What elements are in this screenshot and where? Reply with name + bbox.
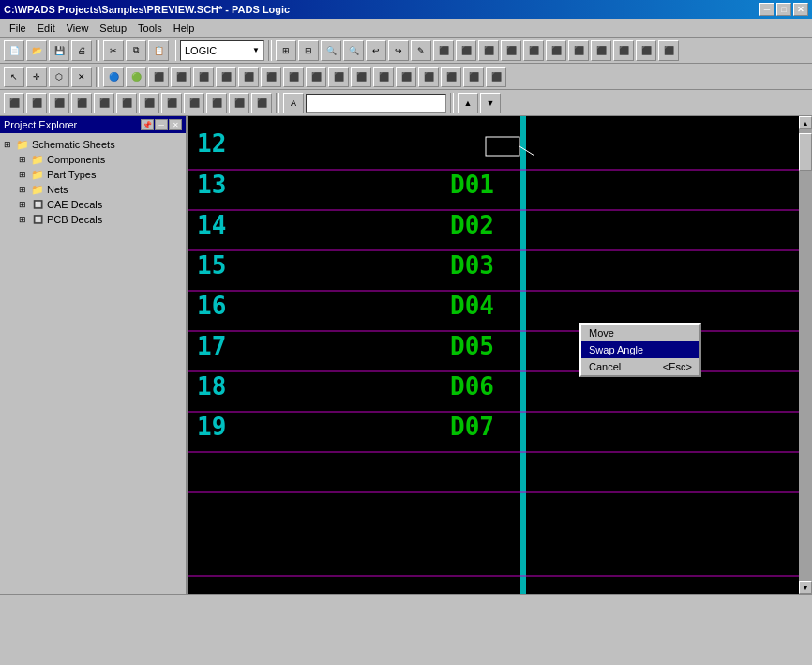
tb2-btn3[interactable]: ⬡ bbox=[49, 67, 69, 87]
tb2-btn4[interactable]: ✕ bbox=[71, 67, 92, 87]
svg-rect-26 bbox=[486, 137, 519, 156]
minimize-button[interactable]: ─ bbox=[759, 3, 774, 16]
tb2-btn5[interactable]: 🔵 bbox=[103, 67, 124, 87]
tb2-btn17[interactable]: ⬛ bbox=[373, 67, 394, 87]
tb3-btn1[interactable]: ⬛ bbox=[4, 93, 24, 113]
tb3-btn10[interactable]: ⬛ bbox=[206, 93, 227, 113]
tb3-btn9[interactable]: ⬛ bbox=[184, 93, 204, 113]
new-button[interactable]: 📄 bbox=[4, 40, 24, 61]
menu-file[interactable]: File bbox=[4, 21, 32, 36]
tb-btn-a18[interactable]: ⬛ bbox=[658, 40, 679, 61]
paste-button[interactable]: 📋 bbox=[148, 40, 169, 61]
menu-view[interactable]: View bbox=[61, 21, 95, 36]
tb3-btn7[interactable]: ⬛ bbox=[139, 93, 159, 113]
tb3-btn8[interactable]: ⬛ bbox=[161, 93, 182, 113]
scroll-up-button[interactable]: ▲ bbox=[799, 116, 812, 129]
tree-item-nets[interactable]: ⊞ 📁 Nets bbox=[4, 182, 182, 197]
tb2-btn6[interactable]: 🟢 bbox=[126, 67, 146, 87]
folder-icon: 📁 bbox=[15, 138, 30, 151]
tb2-btn7[interactable]: ⬛ bbox=[148, 67, 169, 87]
tb3-btn12[interactable]: ⬛ bbox=[251, 93, 272, 113]
tb-btn-a17[interactable]: ⬛ bbox=[636, 40, 656, 61]
save-button[interactable]: 💾 bbox=[49, 40, 69, 61]
tb2-btn10[interactable]: ⬛ bbox=[216, 67, 236, 87]
tb-btn-a11[interactable]: ⬛ bbox=[501, 40, 521, 61]
tb2-btn15[interactable]: ⬛ bbox=[328, 67, 349, 87]
context-menu-cancel[interactable]: Cancel <Esc> bbox=[581, 358, 699, 375]
tb2-btn16[interactable]: ⬛ bbox=[351, 67, 371, 87]
tb-btn-a4[interactable]: 🔍 bbox=[343, 40, 364, 61]
tb-btn-a5[interactable]: ↩ bbox=[366, 40, 386, 61]
tb3-btn6[interactable]: ⬛ bbox=[116, 93, 137, 113]
tree-label-components: Components bbox=[47, 154, 105, 165]
panel-min-button[interactable]: ─ bbox=[155, 119, 168, 130]
context-menu-swap-angle[interactable]: Swap Angle bbox=[581, 341, 699, 358]
tb3-btn13[interactable]: A bbox=[283, 93, 304, 113]
maximize-button[interactable]: □ bbox=[776, 3, 791, 16]
tb-btn-a8[interactable]: ⬛ bbox=[433, 40, 454, 61]
tb2-btn2[interactable]: ✛ bbox=[26, 67, 47, 87]
tb2-btn13[interactable]: ⬛ bbox=[283, 67, 304, 87]
text-input-field[interactable] bbox=[306, 94, 446, 113]
swap-angle-label: Swap Angle bbox=[589, 344, 643, 355]
tb3-btn11[interactable]: ⬛ bbox=[229, 93, 249, 113]
close-button[interactable]: ✕ bbox=[793, 3, 808, 16]
tb-btn-a2[interactable]: ⊟ bbox=[298, 40, 319, 61]
cut-button[interactable]: ✂ bbox=[103, 40, 124, 61]
tb3-btn2[interactable]: ⬛ bbox=[26, 93, 47, 113]
tree-item-pcb-decals[interactable]: ⊞ 🔲 PCB Decals bbox=[4, 212, 182, 227]
open-button[interactable]: 📂 bbox=[26, 40, 47, 61]
menu-help[interactable]: Help bbox=[168, 21, 201, 36]
scroll-track[interactable] bbox=[799, 129, 812, 581]
tb3-btn3[interactable]: ⬛ bbox=[49, 93, 69, 113]
copy-button[interactable]: ⧉ bbox=[126, 40, 146, 61]
tb-btn-a7[interactable]: ✎ bbox=[411, 40, 431, 61]
tb-btn-a13[interactable]: ⬛ bbox=[546, 40, 566, 61]
tb-btn-a3[interactable]: 🔍 bbox=[321, 40, 341, 61]
tree-item-components[interactable]: ⊞ 📁 Components bbox=[4, 152, 182, 167]
scroll-down-button[interactable]: ▼ bbox=[799, 581, 812, 594]
tb-btn-a16[interactable]: ⬛ bbox=[613, 40, 634, 61]
tb2-btn22[interactable]: ⬛ bbox=[486, 67, 506, 87]
tb3-btn4[interactable]: ⬛ bbox=[71, 93, 92, 113]
tb2-btn18[interactable]: ⬛ bbox=[396, 67, 416, 87]
tb3-up-btn[interactable]: ▲ bbox=[458, 93, 478, 113]
tree-item-cae-decals[interactable]: ⊞ 🔲 CAE Decals bbox=[4, 197, 182, 212]
tb2-btn19[interactable]: ⬛ bbox=[418, 67, 439, 87]
tb2-btn12[interactable]: ⬛ bbox=[261, 67, 281, 87]
tb2-btn9[interactable]: ⬛ bbox=[193, 67, 214, 87]
menu-tools[interactable]: Tools bbox=[132, 21, 168, 36]
tb-btn-a12[interactable]: ⬛ bbox=[523, 40, 544, 61]
expand-icon: ⊞ bbox=[19, 170, 30, 179]
tb2-btn11[interactable]: ⬛ bbox=[238, 67, 259, 87]
scrollbar-right[interactable]: ▲ ▼ bbox=[799, 116, 812, 594]
menu-setup[interactable]: Setup bbox=[94, 21, 132, 36]
schematic-canvas[interactable]: 12 13 14 15 16 17 18 19 D01 D02 D03 D04 … bbox=[188, 116, 799, 594]
tb2-btn20[interactable]: ⬛ bbox=[441, 67, 461, 87]
context-menu-move[interactable]: Move bbox=[581, 325, 699, 341]
tb-btn-a9[interactable]: ⬛ bbox=[456, 40, 476, 61]
logic-dropdown[interactable]: LOGIC ▼ bbox=[180, 40, 264, 61]
tb3-btn5[interactable]: ⬛ bbox=[94, 93, 114, 113]
svg-text:15: 15 bbox=[197, 251, 226, 280]
folder-icon: 📁 bbox=[30, 168, 45, 181]
panel-title-text: Project Explorer bbox=[4, 119, 77, 130]
tb2-btn1[interactable]: ↖ bbox=[4, 67, 24, 87]
tb-btn-a15[interactable]: ⬛ bbox=[591, 40, 611, 61]
tb2-btn8[interactable]: ⬛ bbox=[171, 67, 191, 87]
scroll-thumb[interactable] bbox=[799, 133, 812, 171]
tb2-btn14[interactable]: ⬛ bbox=[306, 67, 326, 87]
tb-btn-a14[interactable]: ⬛ bbox=[568, 40, 589, 61]
tb-btn-a1[interactable]: ⊞ bbox=[276, 40, 296, 61]
tb2-btn21[interactable]: ⬛ bbox=[463, 67, 484, 87]
menu-edit[interactable]: Edit bbox=[32, 21, 61, 36]
dropdown-arrow: ▼ bbox=[252, 46, 260, 54]
panel-close-button[interactable]: ✕ bbox=[169, 119, 182, 130]
tree-item-schematic-sheets[interactable]: ⊞ 📁 Schematic Sheets bbox=[4, 137, 182, 152]
tb-btn-a6[interactable]: ↪ bbox=[388, 40, 409, 61]
panel-pin-button[interactable]: 📌 bbox=[141, 119, 154, 130]
tree-item-part-types[interactable]: ⊞ 📁 Part Types bbox=[4, 167, 182, 182]
tb3-down-btn[interactable]: ▼ bbox=[480, 93, 501, 113]
tb-btn-a10[interactable]: ⬛ bbox=[478, 40, 499, 61]
print-button[interactable]: 🖨 bbox=[71, 40, 92, 61]
